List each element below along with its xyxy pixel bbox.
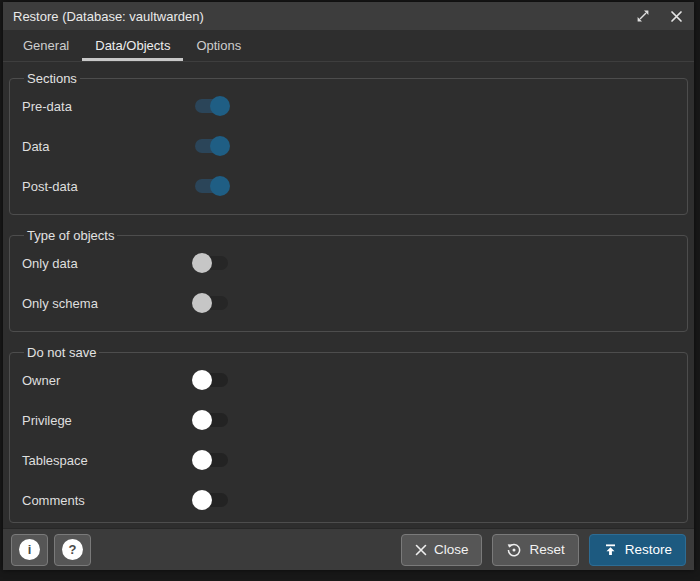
restore-dialog: Restore (Database: vaultwarden) GeneralD… — [3, 2, 694, 570]
toggle-label: Data — [22, 139, 192, 154]
toggle-row-privilege: Privilege — [22, 400, 675, 440]
close-icon[interactable] — [668, 8, 684, 24]
toggle-thumb — [210, 176, 230, 196]
tab-data-objects[interactable]: Data/Objects — [82, 30, 183, 61]
toggle-thumb — [192, 410, 212, 430]
fieldset-sections: SectionsPre-dataDataPost-data — [9, 71, 688, 215]
toggle-row-tablespace: Tablespace — [22, 440, 675, 480]
titlebar-controls — [635, 8, 684, 24]
help-button[interactable]: ? — [54, 534, 91, 566]
fieldset-type-of-objects: Type of objectsOnly dataOnly schema — [9, 228, 688, 332]
restore-button-label: Restore — [625, 542, 672, 557]
info-button[interactable]: i — [11, 534, 48, 566]
toggle-thumb — [192, 253, 212, 273]
pre-data-toggle[interactable] — [192, 96, 230, 116]
toggle-label: Privilege — [22, 413, 192, 428]
toggle-label: Only data — [22, 256, 192, 271]
privilege-toggle[interactable] — [192, 410, 230, 430]
tab-general[interactable]: General — [10, 30, 82, 61]
toggle-row-data: Data — [22, 126, 675, 166]
dialog-content: SectionsPre-dataDataPost-dataType of obj… — [3, 62, 694, 528]
help-icon: ? — [62, 539, 83, 560]
toggle-row-only-data: Only data — [22, 243, 675, 283]
maximize-icon[interactable] — [635, 8, 651, 24]
toggle-label: Only schema — [22, 296, 192, 311]
toggle-thumb — [192, 370, 212, 390]
toggle-thumb — [192, 490, 212, 510]
post-data-toggle[interactable] — [192, 176, 230, 196]
restore-button[interactable]: Restore — [589, 534, 686, 566]
toggle-row-pre-data: Pre-data — [22, 86, 675, 126]
close-button[interactable]: Close — [401, 534, 483, 566]
toggle-label: Pre-data — [22, 99, 192, 114]
fieldset-legend: Do not save — [24, 345, 99, 360]
reset-button[interactable]: Reset — [492, 534, 578, 566]
comments-toggle[interactable] — [192, 490, 230, 510]
info-icon: i — [19, 539, 40, 560]
only-schema-toggle — [192, 293, 230, 313]
toggle-row-only-schema: Only schema — [22, 283, 675, 323]
tab-bar: GeneralData/ObjectsOptions — [3, 30, 694, 62]
fieldset-legend: Type of objects — [24, 228, 117, 243]
toggle-label: Owner — [22, 373, 192, 388]
owner-toggle[interactable] — [192, 370, 230, 390]
footer-left-buttons: i ? — [11, 534, 91, 566]
reset-icon — [506, 542, 522, 558]
dialog-title: Restore (Database: vaultwarden) — [13, 9, 204, 24]
footer-right-buttons: Close Reset — [401, 534, 686, 566]
only-data-toggle — [192, 253, 230, 273]
toggle-thumb — [192, 293, 212, 313]
toggle-row-post-data: Post-data — [22, 166, 675, 206]
toggle-thumb — [210, 96, 230, 116]
toggle-label: Tablespace — [22, 453, 192, 468]
close-x-icon — [415, 544, 427, 556]
tablespace-toggle[interactable] — [192, 450, 230, 470]
toggle-thumb — [210, 136, 230, 156]
close-button-label: Close — [434, 542, 469, 557]
toggle-row-owner: Owner — [22, 360, 675, 400]
toggle-label: Comments — [22, 493, 192, 508]
dialog-footer: i ? Close — [3, 528, 694, 570]
fieldset-do-not-save: Do not saveOwnerPrivilegeTablespaceComme… — [9, 345, 688, 523]
restore-upload-icon — [603, 542, 618, 557]
data-toggle[interactable] — [192, 136, 230, 156]
fieldset-legend: Sections — [24, 71, 80, 86]
toggle-row-comments: Comments — [22, 480, 675, 520]
toggle-label: Post-data — [22, 179, 192, 194]
dialog-titlebar[interactable]: Restore (Database: vaultwarden) — [3, 2, 694, 30]
toggle-thumb — [192, 450, 212, 470]
tab-options[interactable]: Options — [183, 30, 254, 61]
reset-button-label: Reset — [529, 542, 564, 557]
